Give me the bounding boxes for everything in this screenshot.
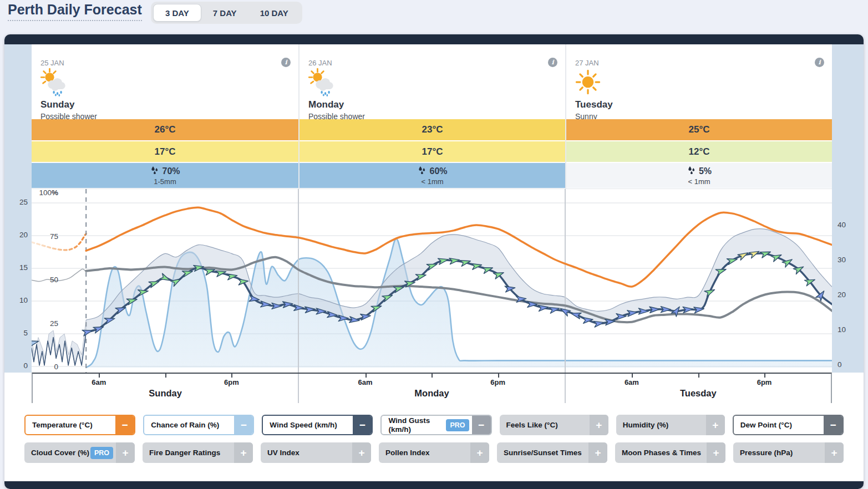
droplets-icon [687,166,696,177]
day-date: 27 JAN [575,59,599,67]
x-axis-time-label: 6pm [490,378,505,386]
toggle-wind-gusts-km-h[interactable]: Wind Gusts (km/h) PRO − [380,415,491,435]
x-axis-day-tuesday: 6am6pm Tuesday [565,374,831,403]
tab-3-day[interactable]: 3 DAY [153,4,201,22]
min-temp-bar: 17°C [32,141,298,162]
add-layer-button[interactable]: + [707,442,725,463]
toggle-wind-speed-km-h[interactable]: Wind Speed (km/h) − [262,415,373,435]
pro-badge: PRO [446,419,469,431]
add-layer-button[interactable]: + [588,442,607,463]
toggle-cloud-cover[interactable]: Cloud Cover (%) PRO + [24,442,135,463]
toggle-feels-like-c[interactable]: Feels Like (°C) + [500,415,608,435]
toggle-humidity[interactable]: Humidity (%) + [616,415,725,435]
toggle-sunrise-sunset-times[interactable]: Sunrise/Sunset Times + [497,442,607,463]
droplets-icon [150,166,159,177]
toggle-row: Temperature (°C) − Chance of Rain (%) − … [24,415,844,435]
max-temp-bar: 26°C [32,119,298,140]
x-axis-tick [231,374,232,378]
x-axis-tick [165,374,166,378]
toggle-label: Wind Speed (km/h) [263,421,353,429]
forecast-chart-plot[interactable] [32,189,832,373]
toggle-label: Pollen Index [379,449,470,457]
x-axis-time-label: 6am [358,378,373,386]
toggle-uv-index[interactable]: UV Index + [261,442,371,463]
remove-layer-button[interactable]: − [824,416,842,434]
x-axis-tick [632,374,633,378]
add-layer-button[interactable]: + [234,442,253,463]
toggle-chance-of-rain[interactable]: Chance of Rain (%) − [143,415,254,435]
sun-shower-icon [307,68,336,96]
toggle-label: Pressure (hPa) [733,449,825,457]
sun-icon [573,68,602,96]
rain-axis-tick: 50 [34,276,58,284]
rain-amount: < 1mm [421,177,443,186]
chart-x-axis: 6am6pm Sunday 6am6pm Monday 6am6pm Tuesd… [32,373,832,403]
x-axis-tick [366,374,367,378]
day-date: 26 JAN [308,59,332,67]
forecast-widget: 25 JAN i Sunday Possible shower 26°C 17°… [4,34,864,489]
remove-layer-button[interactable]: − [353,416,372,434]
remove-layer-button[interactable]: − [115,416,134,434]
rain-axis-tick: 75 [34,232,58,241]
tab-7-day[interactable]: 7 DAY [201,4,248,22]
left-axis-tick: 0 [4,361,28,370]
toggle-dew-point-c[interactable]: Dew Point (°C) − [733,415,844,435]
x-axis-day-label: Monday [299,388,564,399]
toggle-label: Fire Danger Ratings [143,449,234,457]
x-axis-tick [432,374,433,378]
right-axis-strip [832,44,864,373]
left-axis-tick: 25 [4,198,28,207]
toggle-label: Feels Like (°C) [500,421,590,429]
day-name: Sunday [40,99,74,110]
toggle-label: Humidity (%) [616,421,706,429]
add-layer-button[interactable]: + [706,415,725,435]
add-layer-button[interactable]: + [590,415,608,435]
min-temp-bar: 12°C [566,141,832,162]
toggle-moon-phases-times[interactable]: Moon Phases & Times + [615,442,725,463]
toggle-label: Cloud Cover (%) [24,449,90,457]
info-icon[interactable]: i [548,58,557,67]
day-panel-sunday: 25 JAN i Sunday Possible shower 26°C 17°… [32,44,298,189]
x-axis-day-sunday: 6am6pm Sunday [33,374,298,403]
left-axis-tick: 5 [4,329,28,338]
toggle-pollen-index[interactable]: Pollen Index + [379,442,489,463]
rain-axis-tick: 25 [34,319,58,328]
x-axis-time-label: 6am [625,378,639,386]
widget-top-bar [4,34,864,44]
add-layer-button[interactable]: + [352,442,371,463]
toggle-pressure-hpa[interactable]: Pressure (hPa) + [733,442,844,463]
page-title: Perth Daily Forecast [8,1,142,21]
day-name: Monday [308,99,344,110]
left-axis-tick: 10 [4,296,28,305]
remove-layer-button[interactable]: − [472,416,491,434]
toggle-label: Chance of Rain (%) [144,421,234,429]
sun-shower-icon [39,68,68,96]
toggle-temperature-c[interactable]: Temperature (°C) − [24,415,135,435]
x-axis-tick [764,374,765,378]
forecast-range-tabs: 3 DAY7 DAY10 DAY [151,2,302,24]
add-layer-button[interactable]: + [116,442,135,463]
left-axis-tick: 15 [4,263,28,272]
right-axis-tick: 0 [837,360,842,369]
tab-10-day[interactable]: 10 DAY [248,4,300,22]
toggle-fire-danger-ratings[interactable]: Fire Danger Ratings + [143,442,253,463]
rain-percent: 60% [429,166,447,176]
info-icon[interactable]: i [815,58,824,67]
day-panel-monday: 26 JAN i Monday Possible shower 23°C 17°… [298,44,565,189]
rain-chance-bar: 5% < 1mm [566,162,832,188]
toggle-label: Dew Point (°C) [734,421,824,429]
day-summary-panels: 25 JAN i Sunday Possible shower 26°C 17°… [32,44,832,189]
info-icon[interactable]: i [281,58,291,67]
x-axis-day-label: Sunday [33,388,298,399]
widget-bottom-bar [4,481,864,489]
min-temp-bar: 17°C [300,141,565,162]
rain-percent: 70% [162,166,180,176]
toggle-label: Sunrise/Sunset Times [497,449,588,457]
x-axis-time-label: 6am [92,378,106,386]
add-layer-button[interactable]: + [470,442,489,463]
pro-badge: PRO [90,447,113,459]
toggle-row: Cloud Cover (%) PRO + Fire Danger Rating… [24,442,844,463]
add-layer-button[interactable]: + [825,442,844,463]
remove-layer-button[interactable]: − [234,416,253,434]
x-axis-day-label: Tuesday [566,388,831,399]
